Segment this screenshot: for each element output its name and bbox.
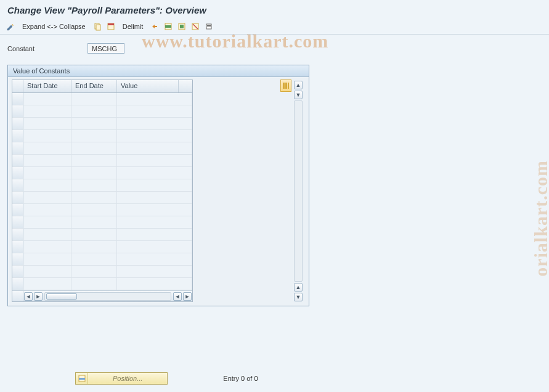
svg-rect-3 [108, 23, 114, 25]
cell-end-date[interactable] [71, 105, 117, 117]
column-end-date[interactable]: End Date [71, 80, 117, 92]
cell-value[interactable] [117, 179, 192, 191]
cell-end-date[interactable] [71, 253, 117, 265]
cell-start-date[interactable] [23, 179, 71, 191]
row-selector[interactable] [12, 118, 23, 129]
scroll-down-end-icon[interactable]: ▼ [294, 293, 303, 301]
cell-end-date[interactable] [71, 216, 117, 228]
cell-end-date[interactable] [71, 266, 117, 277]
cell-value[interactable] [117, 278, 192, 290]
select-all-rows-icon[interactable] [163, 21, 174, 32]
row-selector[interactable] [12, 130, 23, 142]
cell-end-date[interactable] [71, 118, 117, 129]
cell-value[interactable] [117, 155, 192, 166]
cell-start-date[interactable] [23, 229, 71, 240]
cell-start-date[interactable] [23, 266, 71, 277]
cell-end-date[interactable] [71, 130, 117, 142]
cell-end-date[interactable] [71, 204, 117, 216]
row-selector[interactable] [12, 229, 23, 240]
cell-value[interactable] [117, 241, 192, 253]
entry-counter: Entry 0 of 0 [223, 375, 258, 382]
cell-start-date[interactable] [23, 130, 71, 142]
row-selector[interactable] [12, 167, 23, 179]
row-selector[interactable] [12, 155, 23, 166]
cell-end-date[interactable] [71, 229, 117, 240]
hscroll-track[interactable] [44, 292, 171, 301]
hscroll-thumb[interactable] [46, 293, 77, 300]
table-row [12, 241, 192, 253]
cell-end-date[interactable] [71, 167, 117, 179]
row-selector[interactable] [12, 278, 23, 290]
cell-value[interactable] [117, 253, 192, 265]
cell-value[interactable] [117, 192, 192, 203]
table-row [12, 192, 192, 204]
cell-start-date[interactable] [23, 241, 71, 253]
row-selector[interactable] [12, 216, 23, 228]
cell-start-date[interactable] [23, 118, 71, 129]
undo-change-icon[interactable] [149, 21, 160, 32]
cell-end-date[interactable] [71, 192, 117, 203]
select-block-icon[interactable] [176, 21, 187, 32]
scroll-up-icon[interactable]: ▲ [294, 81, 303, 89]
row-selector[interactable] [12, 266, 23, 277]
configure-columns-icon[interactable] [280, 80, 291, 92]
cell-value[interactable] [117, 167, 192, 179]
scroll-right-end-icon[interactable]: ► [183, 292, 192, 301]
row-selector[interactable] [12, 241, 23, 253]
expand-collapse-button[interactable]: Expand <-> Collapse [18, 22, 89, 31]
cell-end-date[interactable] [71, 93, 117, 105]
cell-value[interactable] [117, 216, 192, 228]
vscroll-track[interactable] [294, 100, 303, 282]
row-selector[interactable] [12, 105, 23, 117]
cell-end-date[interactable] [71, 142, 117, 154]
scroll-up-end-icon[interactable]: ▲ [294, 283, 303, 292]
cell-start-date[interactable] [23, 204, 71, 216]
scroll-down-icon[interactable]: ▼ [294, 91, 303, 99]
print-icon[interactable] [203, 21, 214, 32]
cell-start-date[interactable] [23, 167, 71, 179]
cell-start-date[interactable] [23, 142, 71, 154]
cell-end-date[interactable] [71, 278, 117, 290]
row-selector[interactable] [12, 93, 23, 105]
cell-start-date[interactable] [23, 155, 71, 166]
constant-label: Constant [7, 45, 81, 52]
cell-start-date[interactable] [23, 253, 71, 265]
copy-icon[interactable] [92, 21, 103, 32]
cell-end-date[interactable] [71, 241, 117, 253]
delimit-button[interactable]: Delimit [119, 22, 147, 31]
toolbar: Expand <-> Collapse Delimit [0, 19, 549, 35]
cell-value[interactable] [117, 93, 192, 105]
scroll-right-icon[interactable]: ► [34, 292, 43, 301]
cell-start-date[interactable] [23, 105, 71, 117]
cell-end-date[interactable] [71, 179, 117, 191]
cell-value[interactable] [117, 105, 192, 117]
cell-value[interactable] [117, 229, 192, 240]
column-value[interactable]: Value [117, 80, 179, 92]
cell-start-date[interactable] [23, 216, 71, 228]
select-all-icon[interactable] [105, 21, 116, 32]
table-row [12, 155, 192, 167]
cell-value[interactable] [117, 130, 192, 142]
footer: Position... Entry 0 of 0 [0, 372, 549, 385]
cell-start-date[interactable] [23, 93, 71, 105]
row-selector[interactable] [12, 179, 23, 191]
row-selector[interactable] [12, 192, 23, 203]
cell-value[interactable] [117, 266, 192, 277]
row-selector[interactable] [12, 142, 23, 154]
toggle-display-change-icon[interactable] [5, 21, 16, 32]
cell-value[interactable] [117, 204, 192, 216]
cell-start-date[interactable] [23, 278, 71, 290]
cell-start-date[interactable] [23, 192, 71, 203]
position-button[interactable]: Position... [75, 372, 168, 385]
cell-value[interactable] [117, 142, 192, 154]
row-selector[interactable] [12, 204, 23, 216]
cell-value[interactable] [117, 118, 192, 129]
row-selector[interactable] [12, 253, 23, 265]
deselect-all-icon[interactable] [190, 21, 201, 32]
column-start-date[interactable]: Start Date [23, 80, 71, 92]
scroll-left-end-icon[interactable]: ◄ [173, 292, 182, 301]
cell-end-date[interactable] [71, 155, 117, 166]
scroll-left-icon[interactable]: ◄ [24, 292, 33, 301]
constant-input[interactable]: MSCHG [87, 43, 124, 54]
select-all-header[interactable] [12, 80, 23, 92]
